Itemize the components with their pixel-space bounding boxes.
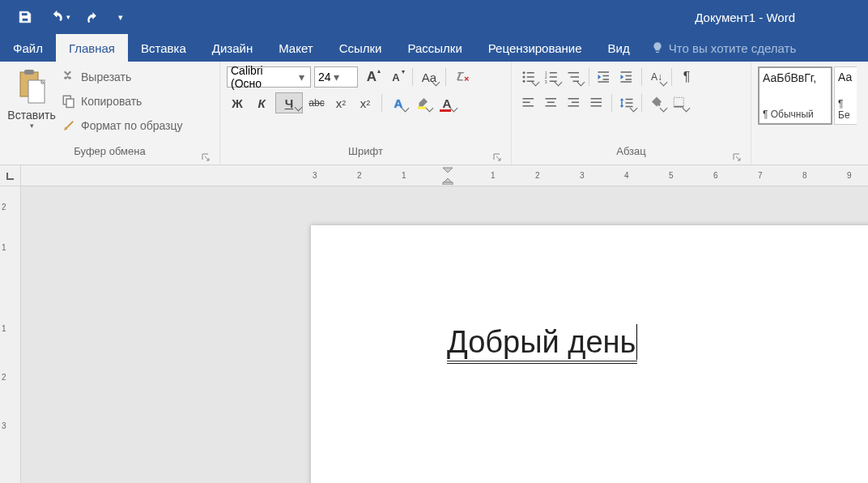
multilevel-list-button[interactable]	[564, 66, 585, 88]
sort-button[interactable]: A↓	[646, 66, 667, 88]
increase-indent-button[interactable]	[616, 66, 637, 88]
vruler-tick: 1	[2, 243, 6, 252]
style-name-2: ¶ Бе	[838, 98, 853, 121]
style-name-1: ¶ Обычный	[763, 109, 828, 120]
paste-button[interactable]	[15, 66, 48, 107]
justify-button[interactable]	[586, 92, 607, 113]
show-marks-button[interactable]: ¶	[676, 66, 697, 88]
svg-rect-34	[546, 105, 557, 107]
copy-button[interactable]: Копировать	[62, 91, 183, 112]
text-effects-button[interactable]: A	[388, 92, 409, 113]
hruler-tick: 1	[491, 171, 496, 180]
strikethrough-button[interactable]: abc	[306, 92, 327, 113]
svg-text:3: 3	[545, 79, 547, 84]
vruler-tick: 2	[2, 203, 6, 212]
format-painter-label: Формат по образцу	[81, 119, 183, 132]
hruler-tick: 1	[402, 171, 406, 180]
paragraph-launcher[interactable]	[731, 152, 742, 163]
svg-rect-27	[626, 79, 632, 80]
hruler-tick: 8	[802, 171, 807, 180]
align-left-button[interactable]	[518, 92, 539, 113]
grow-font-button[interactable]: A▴	[361, 66, 382, 88]
svg-rect-7	[527, 72, 534, 74]
tab-view[interactable]: Вид	[595, 34, 643, 62]
shading-button[interactable]	[646, 92, 667, 113]
tab-insert[interactable]: Вставка	[128, 34, 199, 62]
tab-file[interactable]: Файл	[0, 34, 56, 62]
sup-glyph: x	[360, 96, 367, 110]
svg-rect-41	[626, 99, 633, 100]
shrink-font-glyph: A	[392, 71, 399, 83]
svg-rect-44	[674, 97, 683, 107]
tab-references[interactable]: Ссылки	[326, 34, 395, 62]
hruler-tick: 3	[580, 171, 585, 180]
bullets-button[interactable]	[518, 66, 539, 88]
decrease-indent-button[interactable]	[594, 66, 615, 88]
cut-button[interactable]: Вырезать	[62, 66, 183, 88]
svg-rect-26	[626, 75, 632, 77]
page[interactable]: Добрый день	[311, 225, 868, 483]
borders-button[interactable]	[669, 92, 690, 113]
shrink-font-button[interactable]: A▾	[385, 66, 406, 88]
copy-label: Копировать	[81, 95, 142, 108]
vruler-tick: 2	[2, 373, 6, 382]
align-right-button[interactable]	[564, 92, 585, 113]
vruler-tick: 1	[2, 324, 6, 333]
tab-layout[interactable]: Макет	[266, 34, 326, 62]
svg-rect-17	[550, 81, 557, 83]
line-spacing-button[interactable]	[616, 92, 637, 113]
tab-design[interactable]: Дизайн	[199, 34, 266, 62]
superscript-button[interactable]: x2	[355, 92, 376, 113]
save-button[interactable]	[8, 0, 42, 34]
qat-customize-button[interactable]: ▾	[110, 0, 131, 34]
redo-button[interactable]	[76, 0, 110, 34]
svg-point-10	[523, 80, 525, 83]
strike-glyph: abc	[308, 97, 324, 109]
hruler-tick: 2	[357, 171, 362, 180]
tell-me-search[interactable]: Что вы хотите сделать	[643, 34, 796, 62]
tab-review[interactable]: Рецензирование	[475, 34, 595, 62]
change-case-glyph: Aa	[422, 71, 436, 84]
clear-formatting-button[interactable]	[452, 66, 473, 88]
tab-selector[interactable]	[0, 165, 20, 186]
horizontal-ruler: 3 2 1 1 2 3 4 5 6 7 8 9	[21, 165, 868, 186]
svg-rect-4	[66, 99, 74, 108]
svg-point-8	[523, 76, 525, 79]
svg-rect-35	[568, 98, 580, 100]
tab-home[interactable]: Главная	[56, 34, 128, 62]
italic-glyph: К	[257, 96, 265, 110]
style-sample-1: АаБбВвГг,	[763, 71, 828, 109]
svg-rect-30	[523, 102, 530, 104]
svg-rect-39	[591, 102, 602, 104]
tab-mailings[interactable]: Рассылки	[394, 34, 474, 62]
font-color-button[interactable]: A	[436, 92, 457, 113]
underline-button[interactable]: Ч	[275, 92, 303, 113]
document-area[interactable]: Добрый день	[21, 186, 868, 483]
highlight-button[interactable]	[412, 92, 433, 113]
format-painter-button[interactable]: Формат по образцу	[62, 115, 183, 136]
change-case-button[interactable]: Aa	[419, 66, 440, 88]
paste-label: Вставить	[7, 109, 55, 122]
font-name-combo[interactable]: Calibri (Осно▾	[227, 66, 311, 88]
style-normal[interactable]: АаБбВвГг, ¶ Обычный	[758, 66, 832, 125]
font-size-combo[interactable]: 24▾	[314, 66, 358, 88]
clipboard-group-label: Буфер обмена	[74, 145, 145, 157]
bold-button[interactable]: Ж	[227, 92, 248, 113]
style-next[interactable]: Аа ¶ Бе	[834, 66, 857, 125]
clipboard-launcher[interactable]	[200, 152, 211, 163]
document-text[interactable]: Добрый день	[447, 324, 637, 364]
indent-marker-icon[interactable]	[442, 167, 453, 185]
italic-button[interactable]: К	[251, 92, 272, 113]
undo-button[interactable]: ▾	[42, 0, 76, 34]
svg-rect-1	[24, 70, 34, 75]
svg-rect-20	[573, 81, 580, 83]
svg-rect-28	[621, 81, 632, 83]
numbering-button[interactable]: 123	[541, 66, 562, 88]
align-center-button[interactable]	[541, 92, 562, 113]
subscript-button[interactable]: x2	[330, 92, 351, 113]
document-text-content: Добрый день	[447, 325, 636, 359]
font-launcher[interactable]	[491, 152, 503, 163]
svg-rect-11	[527, 81, 534, 83]
vruler-tick: 3	[2, 421, 6, 430]
sub-glyph: x	[336, 96, 343, 110]
